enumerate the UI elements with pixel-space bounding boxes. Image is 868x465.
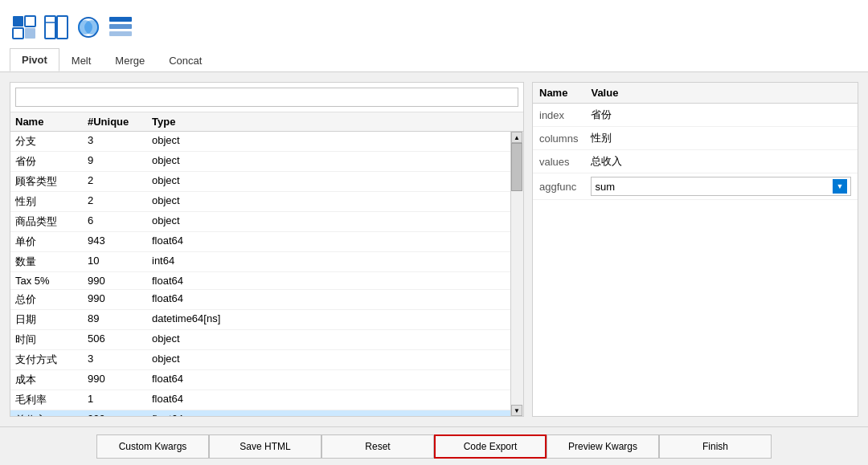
- table-row[interactable]: 支付方式 3 object: [10, 350, 510, 370]
- col-unique-header: #Unique: [88, 116, 152, 128]
- svg-rect-10: [109, 17, 132, 22]
- table-row[interactable]: 商品类型 6 object: [10, 212, 510, 232]
- right-col-value-header: Value: [584, 83, 858, 104]
- table-row[interactable]: 省份 9 object: [10, 152, 510, 172]
- tab-melt[interactable]: Melt: [59, 49, 104, 71]
- table-row[interactable]: 单价 943 float64: [10, 232, 510, 252]
- svg-rect-11: [109, 24, 132, 29]
- main-content: Name #Unique Type 分支 3 object 省份 9 objec…: [0, 72, 868, 426]
- row-unique: 990: [88, 292, 152, 307]
- right-value-columns: 性别: [584, 127, 858, 150]
- right-value-aggfunc[interactable]: sum ▼: [584, 173, 858, 200]
- scroll-thumb[interactable]: [511, 143, 522, 191]
- table-row[interactable]: 时间 506 object: [10, 330, 510, 350]
- finish-button[interactable]: Finish: [659, 434, 772, 459]
- svg-rect-2: [13, 28, 23, 39]
- aggfunc-value: sum: [595, 181, 615, 193]
- table-with-scroll: 分支 3 object 省份 9 object 顾客类型 2 object 性别…: [10, 132, 523, 416]
- table-body[interactable]: 分支 3 object 省份 9 object 顾客类型 2 object 性别…: [10, 132, 510, 416]
- tab-pivot[interactable]: Pivot: [10, 48, 59, 71]
- right-col-name-header: Name: [533, 83, 584, 104]
- reset-button[interactable]: Reset: [321, 434, 434, 459]
- table-row[interactable]: 成本 990 float64: [10, 370, 510, 390]
- table-row[interactable]: 数量 10 int64: [10, 252, 510, 272]
- row-unique: 89: [88, 312, 152, 327]
- row-unique: 3: [88, 134, 152, 149]
- table-row[interactable]: 日期 89 datetime64[ns]: [10, 310, 510, 330]
- scroll-up-arrow[interactable]: ▲: [511, 132, 522, 143]
- row-name: 省份: [15, 154, 88, 169]
- code-export-button[interactable]: Code Export: [434, 434, 547, 459]
- right-value-text: 性别: [591, 132, 612, 144]
- right-table: Name Value index 省份 columns 性别 values 总收…: [533, 83, 858, 200]
- pivot-icon[interactable]: [10, 13, 39, 42]
- table-row[interactable]: 毛利率 1 float64: [10, 390, 510, 410]
- right-label-index: index: [533, 104, 584, 127]
- toolbar: Pivot Melt Merge Concat: [0, 0, 868, 72]
- row-type: float64: [152, 393, 506, 407]
- svg-rect-0: [13, 16, 23, 27]
- row-unique: 10: [88, 255, 152, 269]
- row-name: 支付方式: [15, 353, 88, 367]
- search-bar: [10, 83, 523, 112]
- row-unique: 9: [88, 154, 152, 169]
- right-value-values: 总收入: [584, 150, 858, 173]
- aggfunc-dropdown[interactable]: sum ▼: [591, 177, 851, 196]
- table-row[interactable]: 顾客类型 2 object: [10, 172, 510, 192]
- row-type: object: [152, 134, 506, 149]
- concat-icon[interactable]: [106, 13, 135, 42]
- data-table: Name #Unique Type 分支 3 object 省份 9 objec…: [10, 112, 523, 416]
- row-unique: 2: [88, 194, 152, 209]
- tab-concat[interactable]: Concat: [157, 49, 214, 71]
- row-unique: 1: [88, 393, 152, 407]
- row-name: 商品类型: [15, 214, 88, 229]
- merge-icon[interactable]: [74, 13, 103, 42]
- row-type: object: [152, 214, 506, 229]
- toolbar-icons: [10, 13, 858, 42]
- row-name: 成本: [15, 373, 88, 387]
- row-type: float64: [152, 275, 506, 287]
- table-row[interactable]: 性别 2 object: [10, 192, 510, 212]
- search-input[interactable]: [15, 88, 518, 107]
- melt-icon[interactable]: [42, 13, 71, 42]
- table-row[interactable]: 总价 990 float64: [10, 290, 510, 310]
- right-label-values: values: [533, 150, 584, 173]
- scroll-down-arrow[interactable]: ▼: [511, 405, 522, 416]
- row-name: 分支: [15, 134, 88, 149]
- row-type: float64: [152, 235, 506, 249]
- right-panel: Name Value index 省份 columns 性别 values 总收…: [532, 82, 858, 417]
- svg-rect-5: [57, 16, 68, 39]
- custom-kwargs-button[interactable]: Custom Kwargs: [96, 434, 209, 459]
- dropdown-arrow-icon[interactable]: ▼: [833, 179, 847, 194]
- scrollbar[interactable]: ▲ ▼: [510, 132, 523, 416]
- row-name: 毛利率: [15, 393, 88, 407]
- table-header: Name #Unique Type: [10, 112, 523, 132]
- row-name: 日期: [15, 312, 88, 327]
- row-name: 顾客类型: [15, 174, 88, 189]
- row-type: object: [152, 194, 506, 209]
- table-row[interactable]: 总收入 990 float64: [10, 410, 510, 416]
- save-html-button[interactable]: Save HTML: [209, 434, 321, 459]
- row-type: object: [152, 353, 506, 367]
- svg-rect-1: [25, 16, 35, 27]
- right-label-columns: columns: [533, 127, 584, 150]
- tab-merge[interactable]: Merge: [103, 49, 157, 71]
- row-name: 单价: [15, 235, 88, 249]
- row-unique: 3: [88, 353, 152, 367]
- table-row[interactable]: 分支 3 object: [10, 132, 510, 152]
- bottom-bar: Custom KwargsSave HTMLResetCode ExportPr…: [0, 426, 868, 465]
- svg-point-9: [84, 20, 99, 35]
- row-name: 总价: [15, 292, 88, 307]
- row-type: object: [152, 154, 506, 169]
- table-row[interactable]: Tax 5% 990 float64: [10, 272, 510, 290]
- row-name: 总收入: [15, 413, 88, 416]
- preview-kwargs-button[interactable]: Preview Kwargs: [547, 434, 659, 459]
- row-name: Tax 5%: [15, 275, 88, 287]
- right-label-aggfunc: aggfunc: [533, 173, 584, 200]
- row-unique: 943: [88, 235, 152, 249]
- left-panel: Name #Unique Type 分支 3 object 省份 9 objec…: [10, 82, 524, 417]
- row-type: int64: [152, 255, 506, 269]
- toolbar-tabs: Pivot Melt Merge Concat: [10, 48, 858, 71]
- svg-rect-4: [45, 16, 55, 39]
- row-type: float64: [152, 292, 506, 307]
